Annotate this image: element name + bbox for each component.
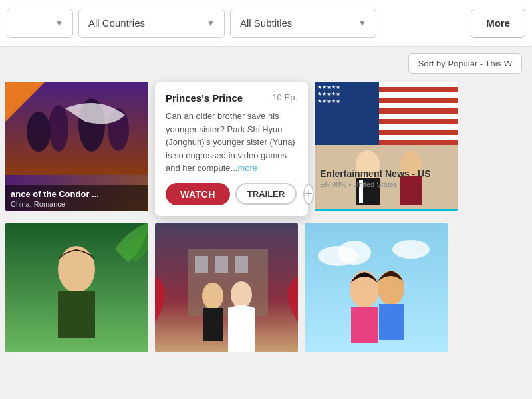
- watch-button[interactable]: WATCH: [166, 183, 230, 205]
- trailer-button[interactable]: TRAILER: [235, 183, 297, 205]
- filter-bar: ▼ All Countries ▼ All Subtitles ▼ More: [0, 0, 532, 47]
- add-button[interactable]: +: [303, 184, 314, 205]
- entertainment-title: Entertainment News - US: [320, 168, 452, 179]
- popup-more-link[interactable]: more: [237, 163, 257, 173]
- condor-card-title: ance of the Condor ...: [11, 189, 143, 199]
- subtitles-chevron-icon: ▼: [358, 19, 366, 28]
- popup-episodes: 10 Ep.: [272, 92, 297, 102]
- entertainment-title-area: Entertainment News - US EN 98% • United …: [320, 168, 452, 188]
- main-content: Sort by Popular - This W: [0, 47, 532, 352]
- countries-filter-label: All Countries: [88, 17, 145, 29]
- popup-description: Can an older brother save his younger si…: [166, 110, 297, 175]
- svg-point-13: [58, 246, 95, 293]
- first-filter-chevron-icon: ▼: [55, 19, 63, 28]
- svg-point-22: [231, 281, 252, 308]
- flag-blue: ★★★★★★★★★★★★★★★: [315, 82, 379, 153]
- condor-card[interactable]: ance of the Condor ... China, Romance: [5, 82, 148, 211]
- more-button[interactable]: More: [471, 9, 525, 38]
- svg-rect-19: [235, 256, 248, 273]
- flag-stars: ★★★★★★★★★★★★★★★: [317, 84, 340, 105]
- subtitles-filter-label: All Subtitles: [240, 17, 292, 29]
- sort-button[interactable]: Sort by Popular - This W: [408, 53, 522, 74]
- sort-bar: Sort by Popular - This W: [0, 53, 532, 74]
- entertainment-card[interactable]: ★★★★★★★★★★★★★★★ Entertainment News - US …: [315, 82, 458, 211]
- condor-card-subtitle: China, Romance: [11, 200, 143, 208]
- countries-filter-select[interactable]: All Countries ▼: [78, 9, 225, 38]
- svg-point-25: [338, 241, 371, 265]
- svg-point-20: [202, 283, 223, 309]
- cards-row-1: ance of the Condor ... China, Romance Pr…: [0, 82, 532, 216]
- drama-card[interactable]: [155, 223, 298, 352]
- svg-rect-18: [215, 256, 228, 273]
- first-filter-select[interactable]: ▼: [7, 9, 73, 38]
- new-badge-icon: [5, 82, 45, 122]
- condor-card-info: ance of the Condor ... China, Romance: [5, 185, 148, 211]
- entertainment-rating: EN 98% • United States: [320, 180, 452, 188]
- svg-rect-21: [203, 308, 223, 341]
- svg-rect-30: [379, 304, 404, 340]
- romance-artwork: [305, 223, 448, 352]
- svg-rect-14: [58, 291, 95, 338]
- idol-card[interactable]: [5, 223, 148, 352]
- leaf-decoration: [102, 223, 148, 269]
- romance-card[interactable]: [305, 223, 448, 352]
- cards-row-2: [0, 223, 532, 352]
- subtitles-filter-select[interactable]: All Subtitles ▼: [230, 9, 376, 38]
- popup-header: Princes's Prince 10 Ep.: [166, 92, 297, 104]
- drama-artwork: [155, 223, 298, 352]
- popup-title: Princes's Prince: [166, 92, 243, 104]
- popup-card: Princes's Prince 10 Ep. Can an older bro…: [155, 82, 308, 216]
- entertainment-badge: [315, 209, 458, 211]
- svg-point-2: [49, 105, 68, 152]
- countries-chevron-icon: ▼: [207, 19, 215, 28]
- svg-rect-28: [351, 307, 378, 343]
- svg-point-26: [392, 240, 430, 259]
- popup-actions: WATCH TRAILER +: [166, 183, 297, 205]
- svg-rect-17: [195, 256, 208, 273]
